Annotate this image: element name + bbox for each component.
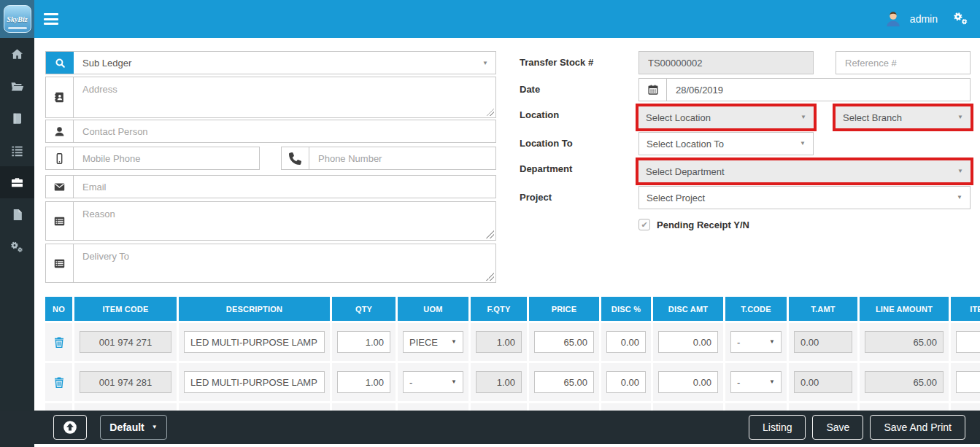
main-content: Sub Ledger ▼ [34, 38, 980, 447]
description-input[interactable] [184, 371, 325, 393]
envelope-icon [46, 176, 74, 198]
top-navbar: SkyBiz admin [0, 0, 980, 38]
disc-amt-input[interactable] [658, 371, 718, 393]
book-icon [10, 112, 24, 125]
extra-input[interactable] [956, 331, 980, 353]
gears-icon [10, 240, 24, 254]
item-code-input [80, 331, 171, 353]
col-disc-amt: DISC AMT [653, 297, 723, 321]
search-icon [46, 52, 74, 74]
address-field-group [45, 77, 496, 118]
uom-select[interactable]: -▼ [403, 371, 463, 393]
check-icon: ✔ [641, 220, 647, 230]
resize-handle[interactable] [486, 108, 494, 116]
footer-buttons: Listing Save Save And Print [749, 415, 965, 440]
sub-ledger-select[interactable]: Sub Ledger ▼ [45, 51, 496, 74]
department-select-highlighted[interactable]: Select Department▼ [636, 158, 973, 185]
address-input[interactable] [74, 77, 495, 117]
uom-select[interactable]: PIECE▼ [403, 331, 463, 353]
pending-receipt-row: ✔ Pending Receipt Y/N [638, 219, 749, 230]
resize-handle[interactable] [486, 230, 494, 238]
logo-text: SkyBiz [7, 15, 27, 23]
reason-field-group [45, 201, 496, 241]
sidebar-item-file[interactable] [0, 198, 34, 230]
col-uom: UOM [398, 297, 468, 321]
chevron-down-icon: ▼ [769, 379, 775, 385]
footer-action-bar: Default ▼ Listing Save Save And Print [0, 411, 980, 444]
listing-button[interactable]: Listing [749, 415, 806, 440]
delivery-to-field-group [45, 244, 496, 283]
contact-person-field-group [45, 120, 496, 143]
mobile-phone-input[interactable] [74, 147, 259, 169]
phone-icon [282, 147, 309, 169]
app-window: SkyBiz admin Sub Ledger ▼ [0, 0, 980, 447]
sidebar-item-settings[interactable] [0, 230, 34, 263]
resize-handle[interactable] [486, 273, 494, 281]
folder-open-icon [10, 79, 24, 93]
col-price: PRICE [529, 297, 599, 321]
extra-input[interactable] [956, 371, 980, 393]
location-to-select-value: Select Location To [647, 139, 724, 149]
location-select-value: Select Location [646, 112, 711, 123]
settings-gears-icon[interactable] [952, 11, 970, 27]
tcode-select[interactable]: -▼ [730, 331, 782, 353]
price-input[interactable] [534, 371, 594, 393]
date-input[interactable] [667, 79, 970, 101]
pending-receipt-checkbox[interactable]: ✔ [638, 219, 650, 230]
sidebar-item-folder[interactable] [0, 70, 34, 102]
sidebar-item-home[interactable] [0, 38, 34, 70]
reason-input[interactable] [74, 202, 495, 240]
tcode-value: - [737, 337, 740, 348]
project-select[interactable]: Select Project▼ [638, 186, 971, 209]
col-qty: QTY [332, 297, 396, 321]
delivery-to-input[interactable] [74, 244, 495, 282]
description-input[interactable] [184, 331, 325, 353]
disc-pct-input[interactable] [606, 331, 646, 353]
date-label: Date [520, 78, 638, 107]
branch-select-highlighted[interactable]: Select Branch▼ [833, 104, 973, 131]
contact-person-input[interactable] [74, 120, 495, 142]
disc-amt-input[interactable] [658, 331, 718, 353]
skybiz-logo-icon: SkyBiz [4, 5, 31, 33]
user-menu[interactable]: admin [884, 8, 938, 30]
delete-row-button[interactable] [53, 335, 66, 349]
location-to-row: Location To Select Location To▼ [520, 132, 980, 161]
sidebar-item-briefcase-active[interactable] [0, 166, 34, 198]
tcode-select[interactable]: -▼ [730, 371, 782, 393]
table-row: -▼ -▼ [45, 363, 980, 401]
disc-pct-input[interactable] [606, 371, 646, 393]
file-icon [10, 208, 24, 222]
tamt-input [794, 331, 852, 353]
reference-input[interactable] [836, 51, 971, 74]
list-alt-icon [46, 244, 74, 282]
delete-row-button[interactable] [53, 376, 66, 389]
qty-input[interactable] [337, 371, 390, 393]
chevron-down-icon: ▼ [152, 424, 158, 430]
department-select-value: Select Department [646, 166, 725, 177]
chevron-down-icon: ▼ [482, 61, 488, 66]
scroll-top-button[interactable] [53, 415, 87, 440]
price-input[interactable] [534, 331, 594, 353]
sidebar-item-list[interactable] [0, 134, 34, 166]
col-no: NO [45, 297, 72, 321]
uom-value: PIECE [409, 337, 438, 348]
phone-number-input[interactable] [309, 147, 495, 169]
user-name: admin [910, 13, 938, 25]
user-icon [46, 120, 74, 142]
email-input[interactable] [74, 176, 495, 198]
col-disc-pct: DISC % [601, 297, 651, 321]
pending-receipt-label: Pending Receipt Y/N [657, 219, 749, 230]
sidebar-toggle-icon[interactable] [44, 13, 58, 25]
qty-input[interactable] [337, 331, 390, 353]
chevron-down-icon: ▼ [800, 141, 806, 147]
location-to-select[interactable]: Select Location To▼ [638, 132, 814, 155]
table-header-row: NO ITEM CODE DESCRIPTION QTY UOM F.QTY P… [45, 297, 980, 321]
sidebar-item-book[interactable] [0, 102, 34, 134]
chevron-down-icon: ▼ [957, 168, 963, 174]
save-button[interactable]: Save [812, 415, 863, 440]
col-item-code: ITEM CODE [74, 297, 177, 321]
app-logo[interactable]: SkyBiz [0, 0, 34, 38]
location-select-highlighted[interactable]: Select Location▼ [636, 104, 817, 131]
save-and-print-button[interactable]: Save And Print [870, 415, 965, 440]
template-select[interactable]: Default ▼ [100, 415, 167, 440]
